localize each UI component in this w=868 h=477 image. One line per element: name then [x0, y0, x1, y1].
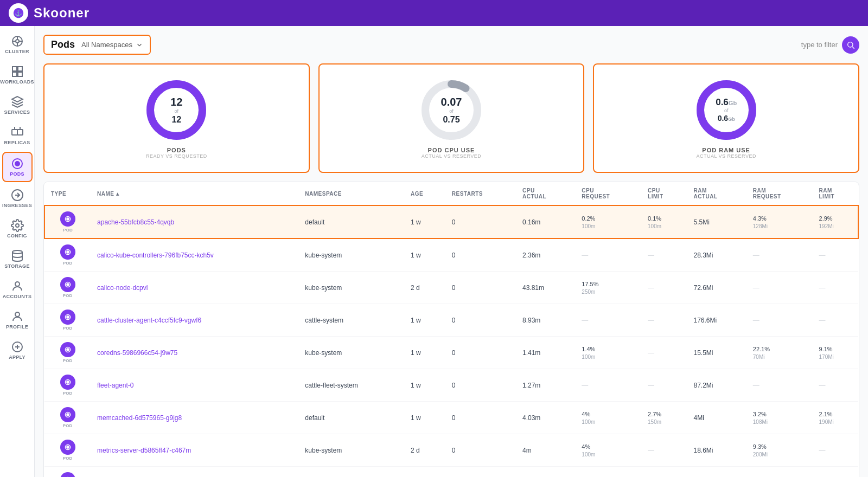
svg-point-36: [67, 251, 69, 253]
sidebar-item-profile[interactable]: PROFILE: [2, 306, 33, 334]
cell-cpu-limit: —: [641, 304, 687, 337]
sidebar-item-ingresses[interactable]: INGRESSES: [2, 184, 33, 212]
cell-age: 2 d: [404, 434, 445, 467]
svg-point-21: [15, 312, 20, 317]
page-title: Pods: [51, 39, 75, 50]
cell-type: POD: [44, 467, 91, 478]
svg-point-44: [67, 381, 69, 383]
sidebar-item-config[interactable]: CONFIG: [2, 215, 33, 243]
table-row[interactable]: POD nginx-ingress-microk8s-controller-fk…: [44, 467, 858, 478]
pod-type-cell: POD: [51, 472, 84, 477]
pod-name-link[interactable]: calico-node-dcpvl: [97, 284, 148, 292]
ram-card-title: POD RAM USE: [702, 147, 750, 153]
table-row[interactable]: POD fleet-agent-0cattle-fleet-system1 w0…: [44, 369, 858, 402]
cell-ram-actual: 72.6Mi: [687, 272, 746, 304]
cell-ram-limit: 9.1%170Mi: [813, 337, 858, 369]
topbar: ⚓ Skooner: [0, 0, 868, 26]
table-row[interactable]: POD calico-kube-controllers-796fb75cc-kc…: [44, 238, 858, 272]
cell-name[interactable]: memcached-6d575965-g9jg8: [91, 402, 298, 434]
cell-cpu-request: 4%100m: [575, 434, 641, 467]
filter-area: type to filter: [801, 36, 859, 54]
svg-point-18: [16, 224, 19, 227]
pod-name-link[interactable]: cattle-cluster-agent-c4ccf5fc9-vgwf6: [97, 317, 201, 324]
cell-name[interactable]: cattle-cluster-agent-c4ccf5fc9-vgwf6: [91, 304, 298, 337]
pod-name-link[interactable]: calico-kube-controllers-796fb75cc-kch5v: [97, 252, 214, 259]
cell-name[interactable]: calico-node-dcpvl: [91, 272, 298, 304]
svg-point-46: [67, 414, 69, 416]
cell-ram-request: 3.2%108Mi: [746, 402, 813, 434]
pod-name-link[interactable]: coredns-5986966c54-j9w75: [97, 349, 177, 357]
table-row[interactable]: POD coredns-5986966c54-j9w75kube-system1…: [44, 337, 858, 369]
pod-name-link[interactable]: memcached-6d575965-g9jg8: [97, 414, 182, 422]
table-row[interactable]: POD apache-55bfcb8c55-4qvqbdefault1 w00.…: [44, 205, 858, 238]
svg-rect-10: [12, 72, 17, 76]
cell-ram-request: —: [746, 304, 813, 337]
svg-rect-8: [12, 67, 17, 71]
sidebar-item-pods[interactable]: PODS: [2, 152, 33, 182]
cell-name[interactable]: nginx-ingress-microk8s-controller-fk54f: [91, 467, 298, 478]
pod-type-cell: POD: [51, 407, 84, 428]
cell-type: POD: [44, 369, 91, 402]
sidebar-item-ingresses-label: INGRESSES: [2, 203, 32, 208]
page-header: Pods All Namespaces type to filter: [43, 35, 859, 55]
cell-ram-actual: 87.2Mi: [687, 369, 746, 402]
sidebar-item-services[interactable]: SERVICES: [2, 91, 33, 119]
cell-cpu-request: —: [575, 304, 641, 337]
cell-name[interactable]: apache-55bfcb8c55-4qvqb: [91, 205, 298, 238]
pods-donut-center: 12 of 12: [170, 95, 182, 125]
filter-button[interactable]: [842, 36, 859, 54]
pod-icon: [60, 407, 75, 422]
cell-ram-limit: 2.1%190Mi: [813, 402, 858, 434]
table-row[interactable]: POD calico-node-dcpvlkube-system2 d043.8…: [44, 272, 858, 304]
sidebar-item-accounts[interactable]: ACCOUNTS: [2, 275, 33, 304]
cell-namespace: kube-system: [298, 238, 404, 272]
svg-point-19: [12, 250, 22, 254]
sidebar-item-workloads[interactable]: WORKLOADS: [2, 61, 33, 89]
cpu-of: of: [441, 108, 462, 114]
cell-restarts: 0: [445, 402, 516, 434]
sidebar-item-replicas[interactable]: REPLICAS: [2, 121, 33, 150]
svg-point-40: [67, 316, 69, 318]
cpu-donut: 0.07 of 0.75: [419, 78, 484, 143]
cell-cpu-actual: 8.93m: [516, 304, 575, 337]
cell-ram-request: —: [746, 467, 813, 478]
pod-name-link[interactable]: metrics-server-d5865ff47-c467m: [97, 447, 191, 454]
table-row[interactable]: POD metrics-server-d5865ff47-c467mkube-s…: [44, 434, 858, 467]
cell-name[interactable]: calico-kube-controllers-796fb75cc-kch5v: [91, 238, 298, 272]
cell-ram-actual: 73.4Mi: [687, 467, 746, 478]
pod-name-link[interactable]: fleet-agent-0: [97, 382, 133, 389]
cell-namespace: ingress: [298, 467, 404, 478]
cell-type: POD: [44, 402, 91, 434]
logo-icon: ⚓: [9, 3, 28, 23]
cell-ram-actual: 176.6Mi: [687, 304, 746, 337]
sidebar-item-cluster[interactable]: CLUSTER: [2, 30, 33, 59]
cell-namespace: default: [298, 402, 404, 434]
sidebar-item-apply[interactable]: APPLY: [2, 336, 33, 364]
cell-namespace: cattle-system: [298, 304, 404, 337]
pod-icon: [60, 440, 75, 455]
pods-table: TYPE NAME ▴ NAMESPACE AGE RESTARTS CPUAC…: [43, 182, 859, 477]
svg-point-34: [67, 218, 69, 220]
cell-namespace: default: [298, 205, 404, 238]
pod-name-link[interactable]: apache-55bfcb8c55-4qvqb: [97, 218, 174, 226]
cell-age: 1 w: [404, 402, 445, 434]
namespace-select[interactable]: All Namespaces: [81, 41, 143, 49]
svg-text:⚓: ⚓: [15, 9, 22, 17]
metric-cards: 12 of 12 PODS READY VS REQUESTED 0.07: [43, 63, 859, 173]
page-title-row: Pods All Namespaces: [43, 35, 151, 55]
cell-cpu-limit: —: [641, 337, 687, 369]
col-name[interactable]: NAME ▴: [91, 182, 298, 205]
cell-ram-request: —: [746, 369, 813, 402]
pod-icon: [60, 277, 75, 292]
sidebar-item-replicas-label: REPLICAS: [4, 140, 30, 145]
ram-total: 0.6Gb: [716, 114, 737, 123]
cell-name[interactable]: metrics-server-d5865ff47-c467m: [91, 434, 298, 467]
sidebar-item-storage[interactable]: STORAGE: [2, 245, 33, 273]
cell-name[interactable]: fleet-agent-0: [91, 369, 298, 402]
pod-label: POD: [63, 228, 72, 233]
table-row[interactable]: POD memcached-6d575965-g9jg8default1 w04…: [44, 402, 858, 434]
cell-age: 1 w: [404, 369, 445, 402]
cpu-value: 0.07: [441, 95, 462, 108]
table-row[interactable]: POD cattle-cluster-agent-c4ccf5fc9-vgwf6…: [44, 304, 858, 337]
cell-name[interactable]: coredns-5986966c54-j9w75: [91, 337, 298, 369]
